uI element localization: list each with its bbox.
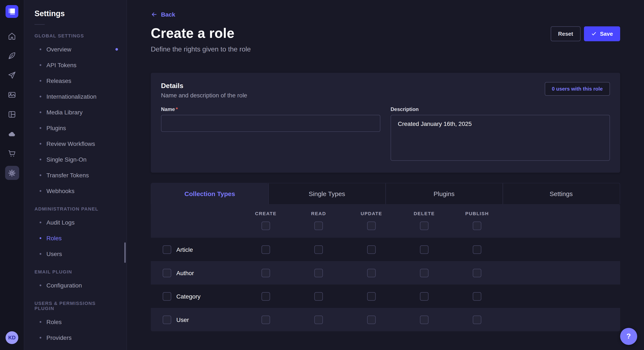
- permission-checkbox[interactable]: [262, 292, 270, 301]
- details-card-titles: Details Name and description of the role: [161, 82, 247, 99]
- permission-checkbox[interactable]: [314, 245, 323, 254]
- permission-checkbox[interactable]: [420, 315, 428, 324]
- users-with-role-button[interactable]: 0 users with this role: [544, 82, 610, 96]
- select-all-delete-checkbox[interactable]: [420, 222, 428, 230]
- back-label: Back: [161, 11, 175, 18]
- permission-cell: [345, 245, 398, 254]
- sidebar-item-transfer-tokens[interactable]: Transfer Tokens: [24, 167, 126, 183]
- strapi-logo[interactable]: [6, 5, 18, 18]
- row-select-checkbox[interactable]: [163, 245, 171, 254]
- permission-checkbox[interactable]: [473, 245, 481, 254]
- back-arrow-icon: [151, 11, 158, 18]
- permission-checkbox[interactable]: [367, 315, 376, 324]
- table-row-author: Author: [151, 261, 620, 285]
- permissions-tabs: Collection TypesSingle TypesPluginsSetti…: [151, 183, 620, 204]
- column-header-label: CREATE: [255, 211, 277, 216]
- permission-checkbox[interactable]: [314, 315, 323, 324]
- bullet-icon: [40, 159, 41, 160]
- permission-checkbox[interactable]: [420, 269, 428, 277]
- permissions-panel: CREATEREADUPDATEDELETEPUBLISH ArticleAut…: [151, 204, 620, 331]
- nav-marketplace-button[interactable]: [5, 146, 19, 160]
- permission-checkbox[interactable]: [262, 245, 270, 254]
- permission-checkbox[interactable]: [367, 245, 376, 254]
- sidebar-item-internationalization[interactable]: Internationalization: [24, 88, 126, 104]
- main-content: Back Create a role Reset Save Define the…: [127, 0, 644, 350]
- nav-media-library-button[interactable]: [5, 88, 19, 102]
- permission-cell: [451, 292, 504, 301]
- tab-single-types[interactable]: Single Types: [268, 183, 386, 204]
- select-all-update-checkbox[interactable]: [367, 222, 376, 230]
- title-row: Create a role Reset Save: [151, 25, 620, 41]
- sidebar-item-roles[interactable]: Roles: [24, 230, 126, 246]
- select-all-publish-checkbox[interactable]: [473, 222, 481, 230]
- row-select-checkbox[interactable]: [163, 269, 171, 277]
- sidebar-item-label: Review Workflows: [46, 140, 95, 147]
- row-select-checkbox[interactable]: [163, 292, 171, 301]
- nav-cloud-button[interactable]: [5, 127, 19, 141]
- permission-checkbox[interactable]: [367, 269, 376, 277]
- bullet-icon: [40, 48, 41, 50]
- user-avatar[interactable]: KD: [6, 331, 18, 344]
- sidebar-item-plugins[interactable]: Plugins: [24, 120, 126, 136]
- permission-checkbox[interactable]: [262, 315, 270, 324]
- sidebar-item-users[interactable]: Users: [24, 246, 126, 262]
- sidebar-item-roles[interactable]: Roles: [24, 314, 126, 330]
- sidebar-item-api-tokens[interactable]: API Tokens: [24, 57, 126, 73]
- permission-checkbox[interactable]: [314, 269, 323, 277]
- back-link[interactable]: Back: [151, 11, 175, 18]
- row-label-cell: User: [151, 315, 239, 324]
- app: KD Settings GLOBAL SETTINGSOverviewAPI T…: [0, 0, 644, 350]
- sidebar-item-audit-logs[interactable]: Audit Logs: [24, 214, 126, 230]
- select-all-read-checkbox[interactable]: [314, 222, 323, 230]
- bullet-icon: [40, 127, 41, 129]
- page-subtitle: Define the rights given to the role: [151, 45, 620, 53]
- nav-home-button[interactable]: [5, 29, 19, 43]
- tab-plugins[interactable]: Plugins: [386, 183, 502, 204]
- permission-checkbox[interactable]: [262, 269, 270, 277]
- permission-cell: [239, 245, 292, 254]
- bullet-icon: [40, 80, 41, 81]
- nav-content-type-builder-button[interactable]: [5, 48, 19, 62]
- permission-cell: [239, 292, 292, 301]
- row-select-checkbox[interactable]: [163, 315, 171, 324]
- sidebar-item-releases[interactable]: Releases: [24, 73, 126, 88]
- name-input[interactable]: [161, 115, 380, 132]
- tab-collection-types[interactable]: Collection Types: [151, 183, 268, 204]
- reset-button[interactable]: Reset: [551, 26, 580, 41]
- description-textarea[interactable]: Created January 16th, 2025: [390, 115, 610, 161]
- nav-deploy-button[interactable]: [5, 68, 19, 82]
- sidebar-item-label: Media Library: [46, 109, 83, 116]
- permission-cell: [398, 245, 451, 254]
- required-asterisk: *: [176, 106, 178, 112]
- permission-checkbox[interactable]: [420, 292, 428, 301]
- sidebar-section-list: Configuration: [24, 277, 126, 293]
- sidebar-item-overview[interactable]: Overview: [24, 41, 126, 57]
- details-card-header: Details Name and description of the role…: [161, 82, 610, 99]
- permission-checkbox[interactable]: [473, 315, 481, 324]
- help-button[interactable]: ?: [620, 328, 637, 345]
- select-all-create-checkbox[interactable]: [262, 222, 270, 230]
- nav-content-manager-button[interactable]: [5, 107, 19, 121]
- sidebar-item-webhooks[interactable]: Webhooks: [24, 183, 126, 199]
- sidebar-item-configuration[interactable]: Configuration: [24, 277, 126, 293]
- scrollbar-thumb[interactable]: [124, 242, 126, 263]
- permission-checkbox[interactable]: [367, 292, 376, 301]
- tab-settings[interactable]: Settings: [502, 183, 620, 204]
- permission-checkbox[interactable]: [473, 269, 481, 277]
- sidebar-item-label: Transfer Tokens: [46, 172, 89, 178]
- nav-settings-button[interactable]: [5, 166, 19, 180]
- table-row-user: User: [151, 308, 620, 331]
- sidebar-item-media-library[interactable]: Media Library: [24, 104, 126, 120]
- description-field: Description Created January 16th, 2025: [390, 106, 610, 163]
- content-manager-icon: [8, 110, 16, 118]
- sidebar-item-single-sign-on[interactable]: Single Sign-On: [24, 151, 126, 167]
- content-type-builder-icon: [8, 51, 16, 60]
- permission-checkbox[interactable]: [473, 292, 481, 301]
- sidebar-item-providers[interactable]: Providers: [24, 330, 126, 345]
- save-button[interactable]: Save: [584, 26, 620, 41]
- permission-checkbox[interactable]: [420, 245, 428, 254]
- sidebar-item-review-workflows[interactable]: Review Workflows: [24, 136, 126, 151]
- permission-checkbox[interactable]: [314, 292, 323, 301]
- permission-cell: [398, 269, 451, 277]
- column-header-label: READ: [311, 211, 326, 216]
